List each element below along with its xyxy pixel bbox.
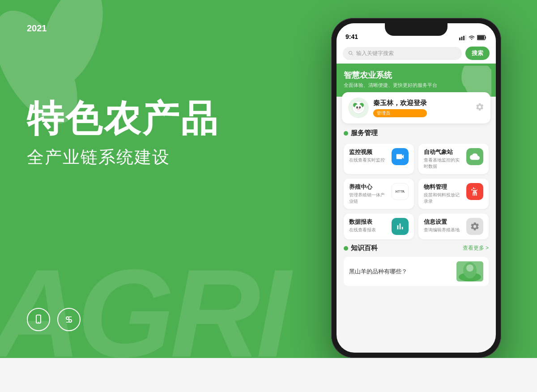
status-time: 9:41 [345, 33, 358, 40]
watermark: AGRI [0, 251, 286, 358]
report-icon [392, 218, 409, 235]
knowledge-title-text: 知识百科 [351, 244, 378, 252]
sub-title: 全产业链系统建设 [27, 146, 219, 169]
service-item-breeding[interactable]: 养殖中心 管理养殖销一体产业链 [344, 179, 414, 209]
svg-rect-10 [463, 36, 465, 40]
settings-icon [466, 218, 483, 235]
services-section: 服务管理 [337, 124, 496, 144]
svg-point-5 [69, 320, 72, 322]
svg-rect-8 [459, 38, 460, 40]
wifi-icon [468, 35, 475, 40]
service-item-material[interactable]: 物料管理 疫苗和饲料投放记录录 [418, 179, 489, 209]
svg-point-32 [466, 264, 473, 272]
service-name-material: 物料管理 [424, 183, 462, 191]
service-desc-report: 在线查看报表 [349, 227, 387, 233]
search-bar: 输入关键字搜索 搜索 [337, 43, 496, 64]
knowledge-title: 知识百科 [344, 244, 378, 252]
svg-point-3 [38, 322, 39, 323]
knowledge-header: 知识百科 查看更多 > [344, 244, 489, 252]
section-title-text: 服务管理 [351, 129, 378, 137]
svg-rect-11 [465, 35, 467, 40]
svg-point-27 [357, 107, 358, 108]
service-desc-material: 疫苗和饲料投放记录录 [424, 192, 462, 205]
svg-point-26 [357, 108, 360, 110]
see-more-link[interactable]: 查看更多 > [463, 244, 489, 252]
monitor-icon [392, 148, 409, 165]
knowledge-section: 知识百科 查看更多 > 黑山羊的品种有哪些？ [337, 239, 496, 288]
service-name-settings: 信息设置 [424, 218, 462, 226]
app-header: 智慧农业系统 全面体验、清晰便捷、更快更好的服务平台 [337, 64, 496, 97]
bottom-icons [27, 308, 81, 331]
year-label: 2021 [27, 23, 47, 34]
section-header: 服务管理 [344, 129, 489, 137]
phone-icon [33, 314, 44, 325]
knowledge-image-content [456, 261, 483, 281]
mini-program-icon-circle[interactable] [57, 308, 81, 331]
service-desc-monitor: 在线查看实时监控 [349, 157, 387, 163]
weather-icon [466, 148, 483, 165]
svg-point-4 [66, 317, 69, 320]
svg-point-28 [359, 107, 360, 108]
service-name-weather: 自动气象站 [424, 148, 462, 156]
svg-point-23 [355, 104, 362, 111]
phone-outer: 9:41 [331, 18, 501, 358]
search-placeholder: 输入关键字搜索 [356, 50, 394, 57]
service-text-monitor: 监控视频 在线查看实时监控 [349, 148, 387, 163]
phone-inner: 9:41 [337, 23, 496, 353]
svg-rect-13 [485, 37, 486, 39]
service-desc-settings: 查询编辑养殖基地 [424, 227, 462, 233]
search-input[interactable]: 输入关键字搜索 [343, 47, 462, 60]
service-item-report[interactable]: 数据报表 在线查看报表 [344, 213, 414, 239]
signal-icon [459, 35, 466, 40]
main-title: 特色农产品 [27, 98, 219, 139]
avatar-image [349, 98, 368, 118]
service-text-report: 数据报表 在线查看报表 [349, 218, 387, 233]
knowledge-dot [344, 246, 348, 251]
service-item-weather[interactable]: 自动气象站 查看基地监控的实时数据 [418, 144, 489, 174]
service-name-monitor: 监控视频 [349, 148, 387, 156]
user-badge: 管理员 [373, 109, 427, 117]
phone-mockup: 9:41 [331, 18, 501, 358]
service-text-settings: 信息设置 查询编辑养殖基地 [424, 218, 462, 233]
main-area: AGRI 2021 特色农产品 全产业链系统建设 [0, 0, 537, 358]
section-title: 服务管理 [344, 129, 378, 137]
user-info: 秦玉林，欢迎登录 管理员 [348, 98, 427, 118]
service-item-monitor[interactable]: 监控视频 在线查看实时监控 [344, 144, 414, 174]
service-grid: 监控视频 在线查看实时监控 自动气象站 查看基地监 [337, 144, 496, 239]
status-icons [459, 35, 487, 40]
mini-program-icon [64, 314, 74, 325]
service-desc-weather: 查看基地监控的实时数据 [424, 157, 462, 170]
green-dot [344, 131, 348, 136]
user-details: 秦玉林，欢迎登录 管理员 [373, 99, 427, 117]
bottom-area [0, 358, 537, 392]
service-text-breeding: 养殖中心 管理养殖销一体产业链 [349, 183, 387, 205]
search-button[interactable]: 搜索 [465, 47, 490, 60]
svg-line-16 [352, 54, 353, 55]
material-icon [466, 183, 483, 200]
phone-notch [385, 23, 448, 36]
avatar [348, 98, 369, 118]
knowledge-item[interactable]: 黑山羊的品种有哪些？ [344, 257, 489, 286]
service-name-report: 数据报表 [349, 218, 387, 226]
service-text-material: 物料管理 疫苗和饲料投放记录录 [424, 183, 462, 205]
svg-rect-14 [477, 36, 484, 39]
settings-gear-icon[interactable] [475, 102, 484, 114]
breeding-icon [392, 183, 409, 200]
svg-point-15 [349, 51, 352, 55]
knowledge-image [456, 261, 483, 281]
user-name: 秦玉林，欢迎登录 [373, 99, 427, 107]
left-content: 特色农产品 全产业链系统建设 [27, 98, 219, 169]
search-icon [348, 51, 354, 56]
knowledge-text: 黑山羊的品种有哪些？ [349, 268, 407, 276]
service-desc-breeding: 管理养殖销一体产业链 [349, 192, 387, 205]
svg-rect-9 [461, 37, 463, 40]
service-name-breeding: 养殖中心 [349, 183, 387, 191]
user-card: 秦玉林，欢迎登录 管理员 [342, 92, 490, 124]
service-text-weather: 自动气象站 查看基地监控的实时数据 [424, 148, 462, 170]
battery-icon [477, 35, 487, 40]
service-item-settings[interactable]: 信息设置 查询编辑养殖基地 [418, 213, 489, 239]
phone-icon-circle[interactable] [27, 308, 50, 331]
